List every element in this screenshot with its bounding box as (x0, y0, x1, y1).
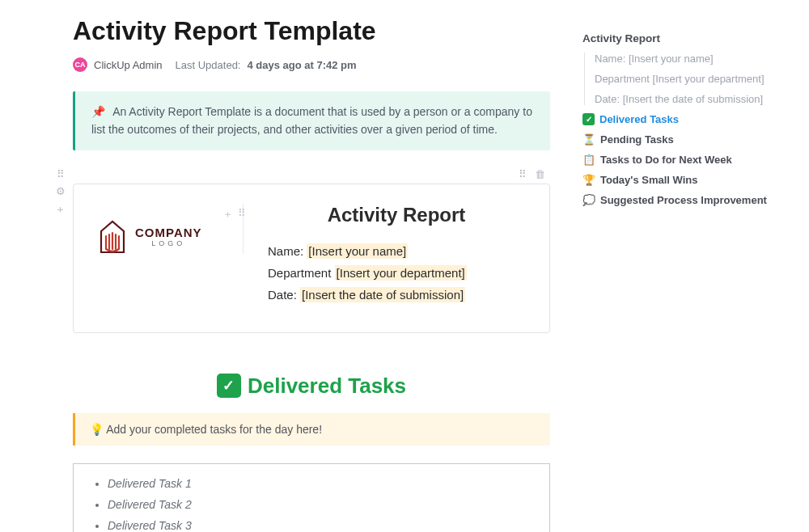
inner-drag-icon[interactable]: ⠿ (238, 207, 246, 222)
intro-callout-text: An Activity Report Template is a documen… (91, 105, 532, 136)
block-settings-icon[interactable]: ⚙ (55, 185, 66, 197)
add-block-icon[interactable]: ＋ (55, 202, 66, 217)
field-label: Name: (268, 244, 303, 258)
trophy-icon: 🏆 (582, 174, 595, 186)
list-item[interactable]: Delivered Task 3 (108, 519, 530, 532)
delivered-callout-text: Add your completed tasks for the day her… (106, 423, 322, 436)
report-card: COMPANY LOGO ＋ ⠿ Activity Report Name: [… (73, 184, 550, 333)
check-icon: ✓ (217, 374, 241, 398)
clipboard-icon: 📋 (582, 154, 595, 166)
lightbulb-icon: 💡 (90, 423, 104, 436)
outline-item-delivered[interactable]: ✓ Delivered Tasks (582, 113, 809, 125)
delivered-tasks-heading: ✓ Delivered Tasks (73, 374, 550, 399)
logo-icon (98, 220, 127, 254)
outline-subitem[interactable]: Department [Insert your department] (595, 73, 809, 85)
delete-column-icon[interactable]: 🗑 (535, 168, 545, 180)
outline-sidebar: Activity Report Name: [Insert your name]… (582, 16, 809, 532)
company-logo: COMPANY LOGO (98, 204, 244, 254)
field-label: Date: (268, 288, 297, 302)
list-item[interactable]: Delivered Task 1 (108, 477, 530, 490)
outline-subitem[interactable]: Name: [Insert your name] (595, 53, 809, 65)
outline-title[interactable]: Activity Report (582, 32, 809, 44)
author-name: ClickUp Admin (94, 59, 163, 71)
outline-item-improvement[interactable]: 💭 Suggested Process Improvement (582, 194, 809, 206)
table-row[interactable]: Date: [Insert the date of submission] (268, 288, 525, 302)
updated-label: Last Updated: (176, 59, 241, 71)
logo-text-sub: LOGO (135, 239, 202, 247)
hourglass-icon: ⏳ (582, 133, 595, 146)
byline: CA ClickUp Admin Last Updated: 4 days ag… (73, 57, 550, 72)
outline-item-next-week[interactable]: 📋 Tasks to Do for Next Week (582, 154, 809, 166)
thought-bubble-icon: 💭 (582, 194, 595, 206)
updated-value: 4 days ago at 7:42 pm (247, 59, 356, 71)
field-label: Department (268, 266, 331, 280)
outline-subitem[interactable]: Date: [Insert the date of submission] (595, 93, 809, 105)
column-drag-handle-icon[interactable]: ⠿ (519, 168, 527, 180)
logo-text-main: COMPANY (135, 226, 202, 239)
check-icon: ✓ (582, 113, 595, 125)
card-heading: Activity Report (268, 204, 525, 226)
field-value: [Insert your name] (307, 243, 408, 259)
drag-handle-icon[interactable]: ⠿ (55, 168, 66, 180)
table-row[interactable]: Name: [Insert your name] (268, 244, 525, 258)
field-value: [Insert the date of submission] (300, 287, 465, 302)
page-title: Activity Report Template (73, 16, 550, 46)
table-row[interactable]: Department [Insert your department] (268, 266, 525, 280)
delivered-callout: 💡 Add your completed tasks for the day h… (73, 413, 550, 445)
intro-callout: 📌 An Activity Report Template is a docum… (73, 91, 550, 150)
field-value: [Insert your department] (335, 265, 467, 281)
delivered-list-box[interactable]: Delivered Task 1 Delivered Task 2 Delive… (73, 463, 550, 532)
outline-item-wins[interactable]: 🏆 Today's Small Wins (582, 174, 809, 186)
outline-item-pending[interactable]: ⏳ Pending Tasks (582, 133, 809, 146)
inner-add-icon[interactable]: ＋ (222, 207, 233, 222)
author-avatar: CA (73, 57, 87, 72)
list-item[interactable]: Delivered Task 2 (108, 498, 530, 511)
pushpin-icon: 📌 (91, 105, 105, 118)
